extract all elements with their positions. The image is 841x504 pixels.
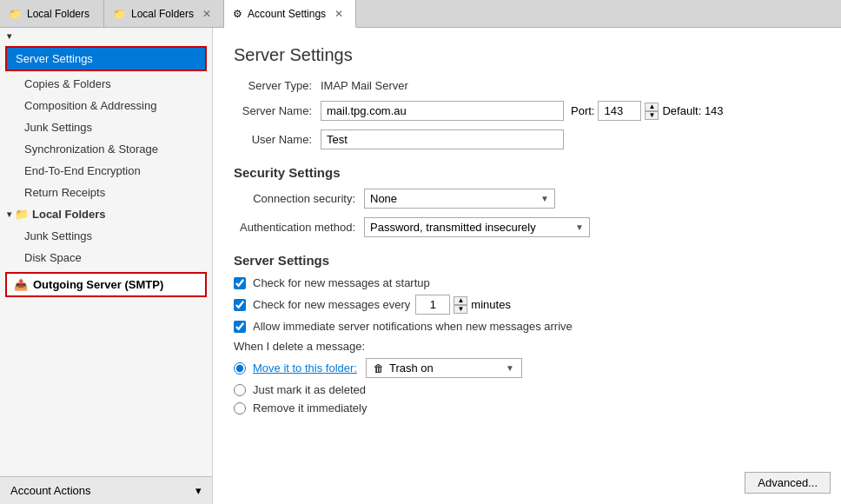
move-to-folder-row: Move it to this folder: 🗑 Trash on ▼ — [234, 358, 820, 378]
sidebar-item-server-settings[interactable]: Server Settings — [5, 46, 207, 71]
tab-label: Local Folders — [27, 8, 89, 20]
chevron-down-icon: ▾ — [195, 484, 202, 497]
auth-method-dropdown[interactable]: Password, transmitted insecurely ▼ — [364, 217, 590, 237]
server-type-row: Server Type: IMAP Mail Server — [234, 79, 820, 92]
check-startup-label: Check for new messages at startup — [253, 276, 430, 289]
tab-close-button[interactable]: ✕ — [199, 6, 215, 22]
when-delete-label: When I delete a message: — [234, 340, 820, 353]
sidebar-item-label: Server Settings — [16, 52, 93, 65]
folder-icon: 📁 — [113, 8, 126, 20]
folder-icon: 📁 — [15, 208, 29, 221]
chevron-down-icon: ▾ — [7, 31, 11, 41]
sidebar-item-return-receipts[interactable]: Return Receipts — [0, 182, 212, 203]
chevron-down-icon: ▼ — [540, 194, 549, 203]
advanced-button[interactable]: Advanced... — [745, 472, 831, 494]
sidebar-item-label: Synchronization & Storage — [24, 143, 158, 156]
connection-security-label: Connection security: — [234, 192, 364, 205]
sidebar-item-label: Copies & Folders — [24, 77, 111, 90]
sidebar-item-disk-space[interactable]: Disk Space — [0, 247, 212, 269]
sidebar-item-synchronization-storage[interactable]: Synchronization & Storage — [0, 138, 212, 160]
sidebar-item-label: Disk Space — [24, 251, 82, 264]
sidebar-item-end-to-end-encryption[interactable]: End-To-End Encryption — [0, 160, 212, 182]
allow-notifications-checkbox[interactable] — [234, 321, 246, 333]
check-startup-checkbox[interactable] — [234, 277, 246, 289]
check-startup-row: Check for new messages at startup — [234, 276, 820, 289]
tab-local-folders-2[interactable]: 📁 Local Folders ✕ — [104, 0, 224, 27]
minutes-spinner: ▲ ▼ — [454, 296, 467, 314]
tab-close-button[interactable]: ✕ — [331, 6, 347, 22]
main-layout: ▾ Server Settings Copies & Folders Compo… — [0, 28, 841, 504]
tab-account-settings[interactable]: ⚙ Account Settings ✕ — [224, 0, 356, 28]
move-to-folder-radio[interactable] — [234, 362, 246, 375]
tab-bar: 📁 Local Folders 📁 Local Folders ✕ ⚙ Acco… — [0, 0, 841, 28]
server-name-row: Server Name: Port: ▲ ▼ Default: 143 — [234, 101, 820, 121]
allow-notifications-label: Allow immediate server notifications whe… — [253, 320, 573, 333]
tab-local-folders-1[interactable]: 📁 Local Folders — [0, 0, 104, 27]
chevron-down-icon: ▼ — [575, 222, 584, 232]
move-to-folder-label[interactable]: Move it to this folder: — [253, 361, 357, 375]
sidebar-item-label: End-To-End Encryption — [24, 164, 141, 177]
auth-method-label: Authentication method: — [234, 221, 364, 234]
account-actions-button[interactable]: Account Actions ▾ — [0, 476, 212, 504]
sidebar-item-label: Outgoing Server (SMTP) — [33, 278, 163, 291]
trash-icon: 🗑 — [374, 362, 384, 375]
trash-folder-dropdown[interactable]: 🗑 Trash on ▼ — [366, 358, 522, 378]
server-name-input[interactable] — [321, 101, 564, 121]
folder-icon: 📁 — [9, 8, 22, 20]
server-type-label: Server Type: — [234, 79, 321, 92]
trash-folder-value: Trash on — [389, 361, 434, 375]
minutes-unit-label: minutes — [471, 298, 511, 311]
sidebar-item-label: Return Receipts — [24, 186, 105, 199]
remove-immediately-radio[interactable] — [234, 402, 246, 414]
port-decrement-button[interactable]: ▼ — [645, 111, 659, 120]
tab-label: Account Settings — [248, 8, 326, 20]
sidebar-local-folders-label: Local Folders — [32, 208, 106, 221]
minutes-decrement-button[interactable]: ▼ — [454, 305, 467, 314]
tab-label: Local Folders — [131, 8, 194, 20]
minutes-group: ▲ ▼ minutes — [415, 295, 511, 315]
minutes-input[interactable] — [415, 295, 450, 315]
sidebar-item-copies-folders[interactable]: Copies & Folders — [0, 73, 212, 95]
port-label: Port: — [571, 104, 594, 117]
port-input[interactable] — [598, 101, 641, 121]
sidebar-item-composition-addressing[interactable]: Composition & Addressing — [0, 95, 212, 116]
check-every-checkbox[interactable] — [234, 299, 246, 311]
port-group: Port: ▲ ▼ Default: 143 — [571, 101, 724, 121]
user-name-input[interactable] — [321, 129, 564, 149]
security-settings-header: Security Settings — [234, 165, 820, 180]
delete-message-section: When I delete a message: Move it to this… — [234, 340, 820, 414]
minutes-increment-button[interactable]: ▲ — [454, 296, 467, 305]
port-default: Default: 143 — [662, 104, 723, 117]
port-increment-button[interactable]: ▲ — [645, 103, 659, 111]
auth-method-row: Authentication method: Password, transmi… — [234, 217, 820, 237]
smtp-icon: 📤 — [14, 278, 28, 291]
sidebar-item-junk-settings[interactable]: Junk Settings — [0, 116, 212, 138]
remove-immediately-label: Remove it immediately — [253, 401, 368, 414]
auth-method-value: Password, transmitted insecurely — [370, 221, 536, 234]
sidebar-local-folders-toggle[interactable]: ▾ 📁 Local Folders — [0, 203, 212, 225]
sidebar-item-label: Composition & Addressing — [24, 99, 156, 112]
sidebar: ▾ Server Settings Copies & Folders Compo… — [0, 28, 213, 504]
connection-security-value: None — [370, 192, 397, 205]
user-name-label: User Name: — [234, 133, 321, 146]
server-settings-sub-header: Server Settings — [234, 253, 820, 268]
connection-security-row: Connection security: None ▼ — [234, 189, 820, 209]
sidebar-item-label: Junk Settings — [24, 229, 92, 242]
chevron-down-icon: ▼ — [506, 363, 514, 373]
just-mark-deleted-label: Just mark it as deleted — [253, 383, 366, 396]
port-spinner: ▲ ▼ — [645, 103, 659, 120]
check-every-label: Check for new messages every — [253, 298, 410, 311]
page-title: Server Settings — [234, 45, 820, 65]
connection-security-dropdown[interactable]: None ▼ — [364, 189, 555, 209]
settings-icon: ⚙ — [233, 8, 242, 20]
sidebar-item-outgoing-smtp[interactable]: 📤 Outgoing Server (SMTP) — [5, 272, 207, 297]
server-type-value: IMAP Mail Server — [321, 79, 408, 92]
just-mark-deleted-radio[interactable] — [234, 384, 246, 396]
sidebar-item-junk-settings-lf[interactable]: Junk Settings — [0, 225, 212, 247]
check-every-row: Check for new messages every ▲ ▼ minutes — [234, 295, 820, 315]
just-mark-deleted-row: Just mark it as deleted — [234, 383, 820, 396]
sidebar-group-toggle[interactable]: ▾ — [0, 28, 212, 44]
remove-immediately-row: Remove it immediately — [234, 401, 820, 414]
account-actions-label: Account Actions — [10, 484, 91, 497]
sidebar-item-label: Junk Settings — [24, 121, 92, 134]
